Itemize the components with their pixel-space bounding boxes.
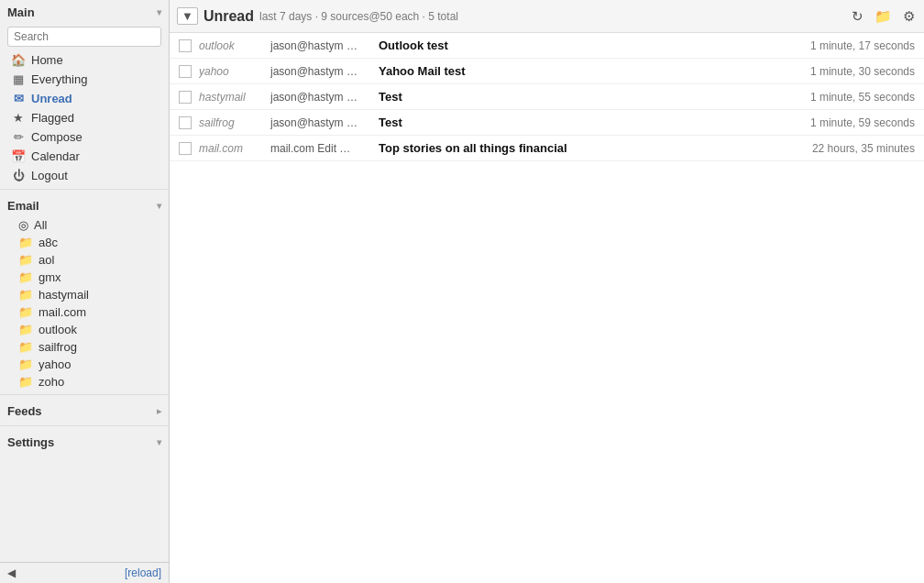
- email-time-4: 22 hours, 35 minutes: [812, 142, 915, 155]
- email-checkbox-0[interactable]: [179, 39, 192, 52]
- sidebar-item-label-compose: Compose: [31, 130, 82, 144]
- sidebar-email-label-all: All: [34, 218, 47, 232]
- sidebar-item-label-calendar: Calendar: [31, 149, 80, 163]
- email-from-3: jason@hastym …: [270, 116, 371, 129]
- table-row[interactable]: yahoojason@hastym …Yahoo Mail test1 minu…: [170, 59, 924, 84]
- sidebar-item-unread[interactable]: ✉Unread: [0, 89, 169, 108]
- sidebar-email-label-hastymail: hastymail: [38, 288, 89, 302]
- sidebar-email-outlook[interactable]: 📁outlook: [0, 321, 169, 338]
- a8c-folder-icon: 📁: [18, 236, 33, 249]
- table-row[interactable]: outlookjason@hastym …Outlook test1 minut…: [170, 33, 924, 59]
- home-icon: 🏠: [11, 53, 26, 67]
- email-list: outlookjason@hastym …Outlook test1 minut…: [170, 33, 924, 583]
- search-input[interactable]: [7, 27, 161, 47]
- email-source-2: hastymail: [199, 91, 263, 104]
- email-subject-4: Top stories on all things financial: [379, 141, 805, 155]
- sidebar-item-compose[interactable]: ✏Compose: [0, 127, 169, 147]
- sidebar-email-label-gmx: gmx: [38, 270, 61, 284]
- sidebar-email-hastymail[interactable]: 📁hastymail: [0, 286, 169, 303]
- sidebar-email-label-a8c: a8c: [38, 236, 58, 249]
- email-time-2: 1 minute, 55 seconds: [810, 91, 915, 104]
- main-section-label: Main: [7, 6, 35, 19]
- main-panel: ▼ Unread last 7 days · 9 sources@50 each…: [170, 0, 924, 583]
- email-checkbox-2[interactable]: [179, 91, 192, 104]
- zoho-folder-icon: 📁: [18, 375, 33, 389]
- unread-toggle-button[interactable]: ▼: [177, 7, 198, 25]
- aol-folder-icon: 📁: [18, 253, 33, 267]
- settings-section-arrow: ▾: [157, 437, 161, 447]
- sidebar-item-logout[interactable]: ⏻Logout: [0, 166, 169, 185]
- reload-link[interactable]: [reload]: [125, 566, 161, 579]
- email-from-2: jason@hastym …: [270, 91, 371, 104]
- email-time-1: 1 minute, 30 seconds: [810, 65, 915, 78]
- email-source-1: yahoo: [199, 65, 263, 78]
- email-subject-3: Test: [379, 116, 803, 129]
- all-folder-icon: ◎: [18, 218, 28, 232]
- sidebar-email-aol[interactable]: 📁aol: [0, 251, 169, 269]
- sidebar-email-label-sailfrog: sailfrog: [38, 340, 77, 354]
- sidebar-email-label-aol: aol: [38, 253, 54, 267]
- email-subject-0: Outlook test: [379, 38, 803, 52]
- logout-icon: ⏻: [11, 169, 26, 182]
- folder-icon[interactable]: 📁: [873, 6, 894, 27]
- email-section-header[interactable]: Email ▾: [0, 193, 169, 216]
- sidebar-email-all[interactable]: ◎All: [0, 216, 169, 234]
- table-row[interactable]: hastymailjason@hastym …Test1 minute, 55 …: [170, 84, 924, 110]
- gmx-folder-icon: 📁: [18, 270, 33, 284]
- main-nav: 🏠Home▦Everything✉Unread★Flagged✏Compose📅…: [0, 50, 169, 185]
- sidebar-item-calendar[interactable]: 📅Calendar: [0, 147, 169, 166]
- sidebar-email-zoho[interactable]: 📁zoho: [0, 373, 169, 390]
- outlook-folder-icon: 📁: [18, 323, 33, 336]
- email-checkbox-1[interactable]: [179, 65, 192, 78]
- settings-section-label: Settings: [7, 435, 54, 449]
- email-from-0: jason@hastym …: [270, 39, 371, 52]
- collapse-button[interactable]: ◀: [7, 566, 16, 579]
- table-row[interactable]: sailfrogjason@hastym …Test1 minute, 59 s…: [170, 110, 924, 136]
- email-time-3: 1 minute, 59 seconds: [810, 116, 915, 129]
- email-from-4: mail.com Edit …: [270, 142, 371, 155]
- flagged-icon: ★: [11, 111, 26, 125]
- email-section-label: Email: [7, 199, 39, 213]
- settings-section-header[interactable]: Settings ▾: [0, 430, 169, 453]
- calendar-icon: 📅: [11, 149, 26, 163]
- sidebar-email-label-outlook: outlook: [38, 323, 77, 336]
- topbar-actions: ↻ 📁 ⚙: [850, 6, 917, 27]
- everything-icon: ▦: [11, 72, 26, 86]
- hastymail-folder-icon: 📁: [18, 288, 33, 302]
- sidebar-email-label-zoho: zoho: [38, 375, 64, 389]
- sidebar-email-mailcom[interactable]: 📁mail.com: [0, 303, 169, 321]
- email-subject-1: Yahoo Mail test: [379, 64, 803, 78]
- unread-icon: ✉: [11, 92, 26, 105]
- sidebar-email-gmx[interactable]: 📁gmx: [0, 269, 169, 286]
- sidebar-email-yahoo[interactable]: 📁yahoo: [0, 356, 169, 373]
- email-subject-2: Test: [379, 90, 803, 104]
- topbar-title: Unread: [204, 8, 254, 25]
- feeds-section-header[interactable]: Feeds ▸: [0, 399, 169, 422]
- sidebar-email-a8c[interactable]: 📁a8c: [0, 234, 169, 251]
- sailfrog-folder-icon: 📁: [18, 340, 33, 354]
- sidebar-email-label-yahoo: yahoo: [38, 358, 71, 371]
- topbar-meta: last 7 days · 9 sources@50 each · 5 tota…: [259, 10, 844, 23]
- sidebar-item-label-unread: Unread: [31, 92, 72, 105]
- email-section-arrow: ▾: [157, 201, 161, 211]
- yahoo-folder-icon: 📁: [18, 358, 33, 371]
- compose-icon: ✏: [11, 130, 26, 144]
- sidebar-item-flagged[interactable]: ★Flagged: [0, 108, 169, 127]
- sidebar-item-everything[interactable]: ▦Everything: [0, 70, 169, 89]
- topbar: ▼ Unread last 7 days · 9 sources@50 each…: [170, 0, 924, 33]
- email-checkbox-4[interactable]: [179, 142, 192, 155]
- sidebar-divider-3: [0, 425, 169, 426]
- settings-icon[interactable]: ⚙: [901, 6, 917, 27]
- sidebar-divider-2: [0, 394, 169, 395]
- feeds-section-label: Feeds: [7, 404, 42, 418]
- sidebar-item-home[interactable]: 🏠Home: [0, 50, 169, 70]
- sidebar-email-sailfrog[interactable]: 📁sailfrog: [0, 338, 169, 356]
- sidebar-bottom: ◀ [reload]: [0, 562, 169, 583]
- main-section-arrow: ▾: [157, 7, 161, 17]
- main-section-header[interactable]: Main ▾: [0, 0, 169, 23]
- sidebar-item-label-flagged: Flagged: [31, 111, 74, 125]
- table-row[interactable]: mail.commail.com Edit …Top stories on al…: [170, 136, 924, 161]
- email-checkbox-3[interactable]: [179, 116, 192, 129]
- refresh-icon[interactable]: ↻: [850, 6, 865, 27]
- email-from-1: jason@hastym …: [270, 65, 371, 78]
